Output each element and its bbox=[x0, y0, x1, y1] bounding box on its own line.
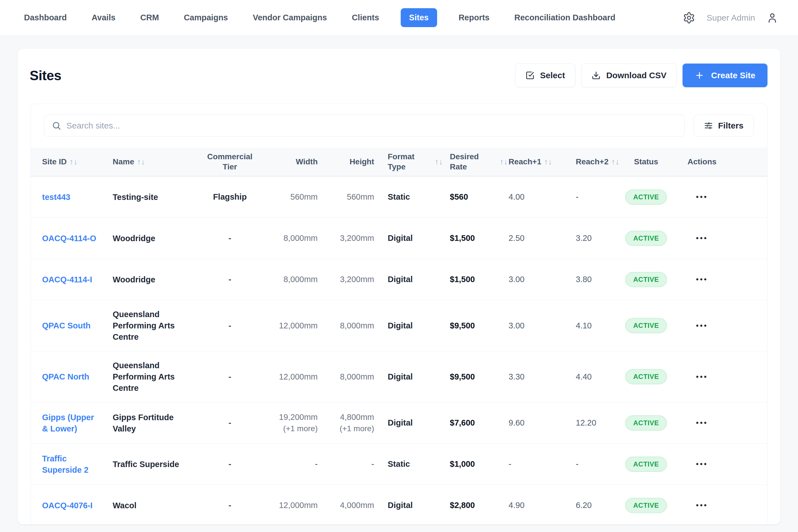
cell-desired-rate: $7,600 bbox=[443, 402, 508, 443]
cell-width: 8,000mm bbox=[268, 218, 324, 259]
cell-reach-1: 2.50 bbox=[508, 218, 566, 259]
site-id-link[interactable]: QPAC South bbox=[42, 320, 91, 331]
site-id-link[interactable]: Traffic Superside 2 bbox=[42, 453, 101, 476]
status-badge: ACTIVE bbox=[625, 415, 667, 431]
cell-commercial-tier: - bbox=[192, 300, 268, 351]
cell-width: 19,200mm(+1 more) bbox=[268, 402, 324, 443]
column-header-site_id[interactable]: Site ID↑↓ bbox=[31, 148, 101, 176]
site-id-link[interactable]: OACQ-4076-I bbox=[42, 500, 93, 511]
site-name: Woodridge bbox=[113, 274, 155, 285]
table-row: OACQ-4114-IWoodridge-8,000mm3,200mmDigit… bbox=[31, 259, 767, 300]
nav-item-dashboard[interactable]: Dashboard bbox=[24, 13, 66, 22]
cell-reach-1: 4.90 bbox=[508, 485, 566, 525]
cell-format-type: Digital bbox=[381, 300, 443, 351]
site-id-link[interactable]: test443 bbox=[42, 191, 70, 203]
cell-commercial-tier: - bbox=[192, 218, 268, 259]
cell-height: 8,000mm bbox=[324, 300, 381, 351]
cell-format-type: Digital bbox=[381, 485, 443, 525]
nav-item-clients[interactable]: Clients bbox=[352, 13, 379, 22]
create-site-button-label: Create Site bbox=[711, 71, 755, 80]
nav-item-avails[interactable]: Avails bbox=[92, 13, 115, 22]
nav-item-sites[interactable]: Sites bbox=[401, 8, 437, 27]
toolbar: Select Download CSV Create Site bbox=[515, 63, 767, 87]
column-label: Format Type bbox=[388, 152, 432, 172]
filters-button[interactable]: Filters bbox=[694, 115, 754, 137]
reach1-value: 3.00 bbox=[509, 321, 525, 330]
row-actions-button[interactable]: ••• bbox=[696, 275, 708, 284]
cell-format-type: Digital bbox=[381, 351, 443, 402]
user-role-label: Super Admin bbox=[706, 13, 755, 23]
column-header-rate[interactable]: Desired Rate↑↓ bbox=[443, 148, 508, 176]
cell-desired-rate: $1,500 bbox=[443, 218, 508, 259]
height-value: 3,200mm bbox=[340, 275, 374, 284]
row-actions-button[interactable]: ••• bbox=[696, 193, 708, 201]
site-name: Traffic Superside bbox=[113, 459, 179, 470]
cell-format-type: Static bbox=[381, 176, 443, 217]
cell-desired-rate: $1,000 bbox=[443, 443, 508, 484]
sort-desc-icon: ↓ bbox=[439, 157, 443, 167]
reach2-value: 6.20 bbox=[576, 501, 592, 510]
tier-value: - bbox=[228, 459, 231, 469]
cell-reach-1: 3.00 bbox=[508, 300, 566, 351]
nav-item-crm[interactable]: CRM bbox=[140, 13, 159, 22]
column-header-name[interactable]: Name↑↓ bbox=[101, 148, 192, 176]
gear-icon[interactable] bbox=[683, 12, 695, 24]
cell-site-id: OACQ-4114-O bbox=[31, 218, 101, 259]
desired-rate-value: $9,500 bbox=[450, 321, 475, 330]
height-value: - bbox=[371, 459, 374, 469]
cell-reach-2: - bbox=[566, 176, 614, 217]
desired-rate-value: $1,500 bbox=[450, 233, 475, 243]
page-title: Sites bbox=[30, 68, 61, 83]
row-actions-button[interactable]: ••• bbox=[696, 460, 708, 469]
column-header-reach1[interactable]: Reach+1↑↓ bbox=[508, 148, 566, 176]
height-value: 8,000mm bbox=[340, 372, 374, 381]
site-id-link[interactable]: QPAC North bbox=[42, 371, 89, 382]
format-type-value: Static bbox=[388, 192, 410, 202]
site-id-link[interactable]: OACQ-4114-O bbox=[42, 233, 96, 244]
column-header-reach2[interactable]: Reach+2↑↓ bbox=[566, 148, 614, 176]
status-badge: ACTIVE bbox=[625, 457, 667, 472]
row-actions-button[interactable]: ••• bbox=[696, 501, 708, 510]
create-site-button[interactable]: Create Site bbox=[683, 63, 767, 87]
cell-actions: ••• bbox=[679, 443, 725, 484]
row-actions-button[interactable]: ••• bbox=[696, 234, 708, 243]
sliders-icon bbox=[704, 121, 713, 130]
site-id-link[interactable]: Gipps (Upper & Lower) bbox=[42, 412, 101, 434]
sort-desc-icon: ↓ bbox=[548, 157, 552, 167]
status-badge: ACTIVE bbox=[625, 369, 667, 384]
column-label: Desired Rate bbox=[450, 152, 497, 172]
cell-site-id: QPAC South bbox=[31, 300, 101, 351]
nav-item-reconciliation-dashboard[interactable]: Reconciliation Dashboard bbox=[514, 13, 615, 22]
sort-arrows-icon: ↑↓ bbox=[500, 157, 508, 167]
row-actions-button[interactable]: ••• bbox=[696, 321, 708, 330]
nav-item-campaigns[interactable]: Campaigns bbox=[184, 13, 228, 22]
row-actions-button[interactable]: ••• bbox=[696, 418, 708, 427]
table-row: OACQ-4076-IWacol-12,000mm4,000mmDigital$… bbox=[31, 485, 767, 525]
search-input[interactable] bbox=[66, 121, 678, 131]
desired-rate-value: $7,600 bbox=[450, 418, 475, 428]
cell-desired-rate: $9,500 bbox=[443, 351, 508, 402]
cell-actions: ••• bbox=[679, 176, 725, 217]
sort-asc-icon: ↑ bbox=[435, 157, 439, 167]
column-header-format[interactable]: Format Type↑↓ bbox=[381, 148, 443, 176]
download-csv-button[interactable]: Download CSV bbox=[581, 63, 677, 87]
site-id-link[interactable]: OACQ-4114-I bbox=[42, 274, 92, 285]
cell-reach-2: 12.20 bbox=[566, 402, 614, 443]
nav-item-vendor-campaigns[interactable]: Vendor Campaigns bbox=[253, 13, 327, 22]
cell-format-type: Digital bbox=[381, 259, 443, 300]
reach2-value: 4.40 bbox=[576, 372, 592, 381]
row-actions-button[interactable]: ••• bbox=[696, 373, 708, 381]
table-row: OACQ-4114-OWoodridge-8,000mm3,200mmDigit… bbox=[31, 218, 767, 259]
format-type-value: Digital bbox=[388, 321, 413, 330]
select-button[interactable]: Select bbox=[515, 63, 575, 87]
height-value: 3,200mm bbox=[340, 233, 374, 243]
height-extra: (+1 more) bbox=[340, 424, 374, 433]
site-name: Queensland Performing Arts Centre bbox=[113, 360, 192, 394]
height-value: 4,800mm bbox=[340, 413, 374, 422]
nav-item-reports[interactable]: Reports bbox=[459, 13, 490, 22]
user-icon[interactable] bbox=[766, 12, 778, 24]
cell-status: ACTIVE bbox=[614, 485, 679, 525]
site-name: Woodridge bbox=[113, 233, 155, 244]
sites-card: Sites Select Download CSV bbox=[18, 49, 780, 525]
reach1-value: - bbox=[509, 459, 511, 469]
